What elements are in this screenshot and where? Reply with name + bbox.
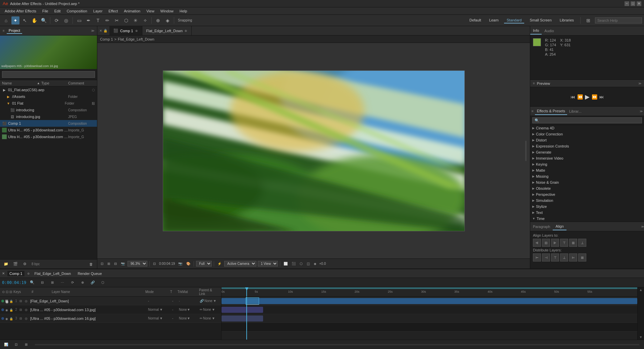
- puppet-tool[interactable]: ✳: [132, 16, 140, 24]
- timeline-ctrl2[interactable]: ⊞: [48, 279, 56, 287]
- align-left-btn[interactable]: ⫷: [533, 239, 541, 247]
- comp-tab-comp1[interactable]: ⬛ Comp 1 ⊕: [109, 26, 142, 35]
- timeline-tab-comp1[interactable]: Comp 1: [7, 271, 24, 276]
- close-timeline-icon[interactable]: ✕: [2, 272, 5, 275]
- viewer-scroll-handle[interactable]: [525, 141, 527, 161]
- category-header[interactable]: ▶ Obsolete: [530, 185, 644, 191]
- parent-name-1[interactable]: None: [204, 299, 212, 303]
- screen-mode-btn[interactable]: ⊞: [584, 16, 592, 24]
- project-search-input[interactable]: [2, 71, 95, 78]
- close-comp-icon[interactable]: ✕: [99, 29, 102, 33]
- project-tab[interactable]: Project: [7, 28, 22, 34]
- list-item[interactable]: ⬛ Comp 1 Composition: [0, 120, 97, 127]
- category-header[interactable]: ▶ Perspective: [530, 191, 644, 197]
- menu-composition[interactable]: Composition: [64, 8, 90, 14]
- list-item[interactable]: ▶ //Assets Folder: [0, 93, 97, 100]
- layer-row-1[interactable]: ◉ 🔒 1 ⊟ ◎ [Flat_Edge_Left_Down] - - - 🔗 …: [0, 297, 221, 305]
- timeline-ctrl5[interactable]: ⊕: [79, 279, 87, 287]
- align-top-btn[interactable]: ⊤: [560, 239, 568, 247]
- toggle-graph-editor[interactable]: 📊: [2, 341, 10, 349]
- fast-preview[interactable]: ⚡: [216, 261, 223, 266]
- transparency-btn[interactable]: ⬜: [282, 261, 289, 266]
- category-time-header[interactable]: ▼ Time: [530, 216, 644, 222]
- mode-chevron-3[interactable]: ▼: [159, 316, 163, 320]
- timeline-ctrl7[interactable]: ⬡: [99, 279, 107, 287]
- camera-btn[interactable]: 📷: [119, 261, 126, 266]
- hand-tool[interactable]: ✋: [30, 16, 38, 24]
- mode-chevron[interactable]: ▼: [159, 308, 163, 311]
- effects-search-input[interactable]: [532, 117, 642, 123]
- project-settings[interactable]: ⚙: [21, 260, 29, 268]
- category-header[interactable]: ▶ Text: [530, 210, 644, 216]
- layer-vis-2[interactable]: ◉: [5, 308, 8, 311]
- timeline-tab-flat[interactable]: Flat_Edge_Left_Down: [33, 271, 73, 276]
- timeline-ctrl6[interactable]: 🔗: [89, 279, 97, 287]
- list-item[interactable]: ▼ 01 Flat Folder ⛓: [0, 100, 97, 107]
- align-center-v-btn[interactable]: ⊞: [569, 239, 577, 247]
- eraser-tool[interactable]: ◈: [163, 16, 171, 24]
- list-item[interactable]: Ultra H... #05 - p30download.com 13.jpg …: [0, 127, 97, 133]
- breadcrumb-comp1[interactable]: Comp 1: [100, 37, 113, 41]
- lock-timeline-icon[interactable]: ⊕: [27, 272, 30, 275]
- region-btn[interactable]: ⊡: [99, 261, 105, 266]
- list-item[interactable]: 🖼 introducing.jpg JPEG: [0, 113, 97, 120]
- skip-to-start-btn[interactable]: ⏮: [571, 94, 575, 100]
- pen-tool[interactable]: ✒: [85, 16, 93, 24]
- workspace-small[interactable]: Small Screen: [527, 17, 554, 23]
- mode-text-2[interactable]: Normal: [148, 308, 159, 311]
- edit-icon-2[interactable]: ✏: [200, 308, 202, 311]
- comp-flowchart[interactable]: ⬡: [298, 261, 304, 266]
- maximize-btn[interactable]: □: [631, 1, 635, 6]
- shape-tool[interactable]: ⬡: [122, 16, 130, 24]
- track-row-1[interactable]: [221, 297, 637, 305]
- project-new-folder[interactable]: 📁: [2, 260, 10, 268]
- layer-row-3[interactable]: ◉ 🔒 3 ⊟ ◎ [Ultra ... #05 - p30download.c…: [0, 314, 221, 323]
- layer-lock-3[interactable]: 🔒: [9, 317, 12, 320]
- category-stylize[interactable]: ▶ Stylize: [530, 203, 644, 210]
- effects-expand[interactable]: ≫: [640, 110, 644, 113]
- category-perspective[interactable]: ▶ Perspective: [530, 191, 644, 197]
- category-header[interactable]: ▶ Simulation: [530, 197, 644, 203]
- track-row-2[interactable]: [221, 305, 637, 314]
- dist-center-v-btn[interactable]: ⊨: [569, 253, 577, 261]
- selection-tool[interactable]: ↖: [21, 16, 29, 24]
- category-matte[interactable]: ▶ Matte: [530, 167, 644, 173]
- camera-rotate[interactable]: ⟳: [53, 16, 61, 24]
- align-right-btn[interactable]: ⫸: [551, 239, 559, 247]
- audio-tab[interactable]: Audio: [542, 27, 556, 34]
- type-tool[interactable]: T: [94, 16, 102, 24]
- trkmat-text-3[interactable]: None: [179, 316, 187, 320]
- category-header[interactable]: ▶ Cinema 4D: [530, 125, 644, 131]
- roto-tool[interactable]: ⟡: [141, 16, 149, 24]
- category-cinema4d[interactable]: ▶ Cinema 4D: [530, 125, 644, 131]
- layer-solo-2[interactable]: ◎: [25, 308, 30, 311]
- color-btn[interactable]: 🎨: [185, 261, 192, 266]
- toggle-mask[interactable]: ⊟: [113, 261, 118, 266]
- timeline-ctrl3[interactable]: ⋯: [58, 279, 66, 287]
- category-color[interactable]: ▶ Color Correction: [530, 131, 644, 137]
- workspace-learn[interactable]: Learn: [487, 17, 501, 23]
- project-panel-menu[interactable]: ≫: [91, 29, 94, 33]
- workspace-standard[interactable]: Standard: [504, 17, 525, 23]
- frame-range[interactable]: ⊞: [22, 341, 30, 349]
- menu-edit[interactable]: Edit: [52, 8, 63, 14]
- parent-name-2[interactable]: None: [203, 308, 211, 311]
- layer-name-1[interactable]: [Flat_Edge_Left_Down]: [30, 299, 147, 303]
- clone-tool[interactable]: ✂: [113, 16, 121, 24]
- home-btn[interactable]: ⌂: [2, 16, 10, 24]
- effects-tab[interactable]: Effects & Presets: [535, 108, 567, 115]
- menu-view[interactable]: View: [144, 8, 157, 14]
- preview-expand[interactable]: ≫: [638, 82, 641, 85]
- layer-mode-1[interactable]: -: [148, 299, 171, 303]
- category-header[interactable]: ▶ Matte: [530, 167, 644, 173]
- layer-row-2[interactable]: ◉ 🔒 2 ⊟ ◎ [Ultra ... #05 - p30download.c…: [0, 305, 221, 314]
- layer-name-2[interactable]: [Ultra ... #05 - p30download.com 13.jpg]: [30, 308, 147, 312]
- mask-rect[interactable]: ▭: [75, 16, 83, 24]
- brush-tool[interactable]: ✏: [103, 16, 111, 24]
- list-item[interactable]: ⬛ introducing Composition: [0, 107, 97, 113]
- category-header[interactable]: ▶ Keying: [530, 161, 644, 167]
- menu-layer[interactable]: Layer: [91, 8, 105, 14]
- workspace-default[interactable]: Default: [467, 17, 484, 23]
- align-bottom-btn[interactable]: ⊥: [578, 239, 586, 247]
- trkmat-chevron-3[interactable]: ▼: [187, 316, 190, 320]
